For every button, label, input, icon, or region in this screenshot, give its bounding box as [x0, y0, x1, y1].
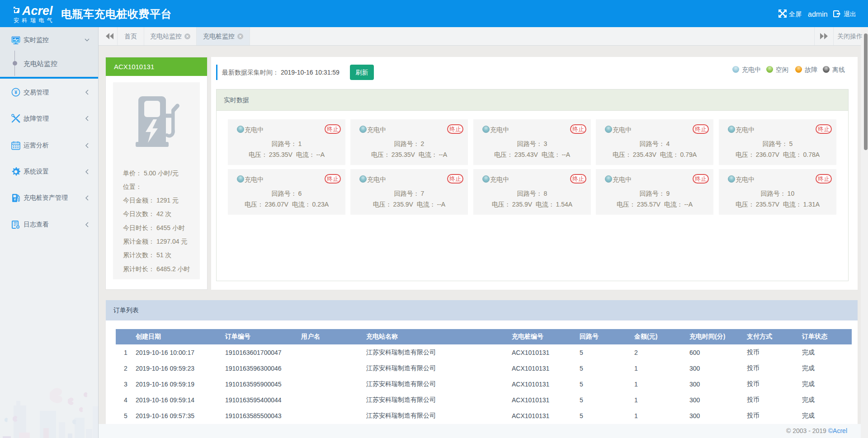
svg-text:¥: ¥	[14, 89, 18, 95]
